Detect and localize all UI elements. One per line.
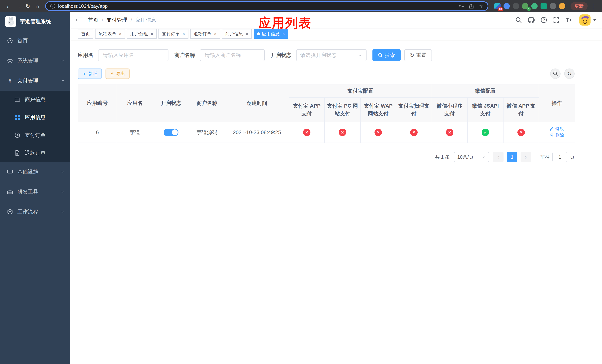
share-icon[interactable] [469,3,474,9]
cell-actions: 修改 删除 [539,122,575,143]
merchant-name-input[interactable] [200,49,265,61]
sidebar-item-dev-tools[interactable]: 研发工具 [0,182,70,202]
breadcrumb-separator: / [131,17,132,23]
sidebar-item-app-info[interactable]: 应用信息 [0,108,70,126]
extension-icon-green-square[interactable] [540,3,547,9]
extension-icon-pin[interactable] [550,3,556,9]
edit-link-label: 修改 [555,126,564,132]
close-icon[interactable]: × [119,32,122,36]
close-icon[interactable]: × [150,32,153,36]
font-size-icon[interactable]: TT [566,17,572,23]
url-bar[interactable]: i localhost:1024/pay/app ☆ [45,1,488,11]
tab-merchant-info[interactable]: 商户信息× [222,29,252,39]
logo-image [5,16,16,27]
search-icon[interactable] [515,17,522,23]
tab-user-group[interactable]: 用户分组× [127,29,157,39]
sidebar-fold-icon[interactable] [70,12,88,28]
sidebar-item-system[interactable]: 系统管理 [0,51,70,71]
cell-alipay-pc: ✕ [324,122,360,143]
tab-pay-order[interactable]: 支付订单× [159,29,188,39]
refresh-icon: ↻ [410,52,414,58]
page-size-select[interactable]: 10条/页 [454,152,489,162]
reset-button[interactable]: ↻ 重置 [404,49,432,61]
sidebar-item-home[interactable]: 首页 [0,31,70,51]
col-wx-jsapi: 微信 JSAPI 支付 [467,97,503,122]
sidebar-item-workflow[interactable]: 工作流程 [0,202,70,222]
current-page-button[interactable]: 1 [507,152,517,162]
close-icon[interactable]: × [214,32,217,36]
sidebar-item-refund-order[interactable]: 退款订单 [0,144,70,162]
prev-page-button[interactable]: ‹ [493,152,504,162]
dashboard-icon [7,38,13,44]
sidebar-item-label: 工作流程 [17,208,38,215]
sidebar-item-payment[interactable]: ¥ 支付管理 [0,71,70,91]
reset-button-label: 重置 [416,52,426,59]
yen-icon: ¥ [7,78,13,84]
col-group-wechat: 微信配置 [432,84,539,97]
bookmark-star-icon[interactable]: ☆ [479,3,483,9]
caret-down-icon [593,19,596,21]
sidebar-item-merchant-info[interactable]: 商户信息 [0,91,70,108]
tab-refund-order[interactable]: 退款订单× [190,29,220,39]
breadcrumb-section[interactable]: 支付管理 [107,16,127,23]
col-app-name: 应用名 [117,84,153,122]
browser-forward-button[interactable]: → [13,1,23,11]
extension-icon-vue[interactable] [531,3,538,9]
filter-form: 应用名 商户名称 开启状态 请选择开启状态 搜索 [78,49,575,61]
next-page-button[interactable]: › [521,152,531,162]
add-button[interactable]: ＋ 新增 [78,68,102,79]
delete-link[interactable]: 删除 [550,132,564,138]
close-icon[interactable]: × [246,32,248,36]
github-icon[interactable] [528,17,535,23]
status-cross-icon: ✕ [375,129,382,136]
browser-update-button[interactable]: 更新 [570,2,588,10]
browser-home-button[interactable]: ⌂ [32,1,42,11]
active-dot [257,32,260,35]
extension-icon-blue[interactable] [504,3,510,9]
col-alipay-wap: 支付宝 WAP 网站支付 [360,97,396,122]
edit-link[interactable]: 修改 [550,126,564,132]
site-info-icon[interactable]: i [50,4,55,9]
fullscreen-icon[interactable] [553,17,559,23]
extension-icon-dark[interactable] [513,3,519,9]
extension-icon-face[interactable] [559,3,565,9]
chevron-down-icon [61,190,65,194]
payment-submenu: 商户信息 应用信息 支付订单 [0,91,70,162]
app-name-input[interactable] [98,49,168,61]
browser-back-button[interactable]: ← [4,1,13,11]
col-merchant: 商户名称 [189,84,225,122]
tab-process-form[interactable]: 流程表单× [95,29,125,39]
toggle-search-button[interactable] [550,68,560,79]
status-select[interactable]: 请选择开启状态 [296,49,366,61]
password-key-icon[interactable] [459,3,464,9]
export-button[interactable]: 导出 [106,68,129,79]
col-group-alipay: 支付宝配置 [289,84,432,97]
extension-icon-avocado[interactable]: 1 [522,3,528,9]
refresh-table-button[interactable]: ↻ [564,68,575,79]
help-icon[interactable]: ? [541,17,547,23]
table-toolbar: ＋ 新增 导出 ↻ [78,68,575,79]
close-icon[interactable]: × [282,32,285,36]
col-app-id: 应用编号 [78,84,117,122]
cell-alipay-wap: ✕ [360,122,396,143]
cell-created: 2021-10-23 08:49:25 [225,122,289,143]
gear-icon [7,58,13,64]
extension-icon-grid[interactable]: 10 [494,3,501,9]
browser-menu-icon[interactable]: ⋮ [590,3,598,10]
sidebar-item-label: 首页 [17,37,28,44]
col-wx-app: 微信 APP 支付 [503,97,539,122]
tab-home[interactable]: 首页 [78,29,93,39]
status-cross-icon: ✕ [303,129,311,136]
sidebar-item-infra[interactable]: 基础设施 [0,162,70,182]
goto-page-input[interactable] [552,152,567,162]
breadcrumb-home[interactable]: 首页 [88,16,98,23]
user-menu[interactable] [580,14,596,26]
browser-reload-button[interactable]: ↻ [23,1,32,11]
status-toggle[interactable] [164,129,178,136]
search-button[interactable]: 搜索 [372,49,401,61]
sidebar-item-pay-order[interactable]: 支付订单 [0,126,70,144]
cube-icon [7,209,13,215]
close-icon[interactable]: × [182,32,185,36]
top-navbar: 首页 / 支付管理 / 应用信息 ? [70,12,602,28]
sidebar-item-label: 基础设施 [17,168,38,175]
